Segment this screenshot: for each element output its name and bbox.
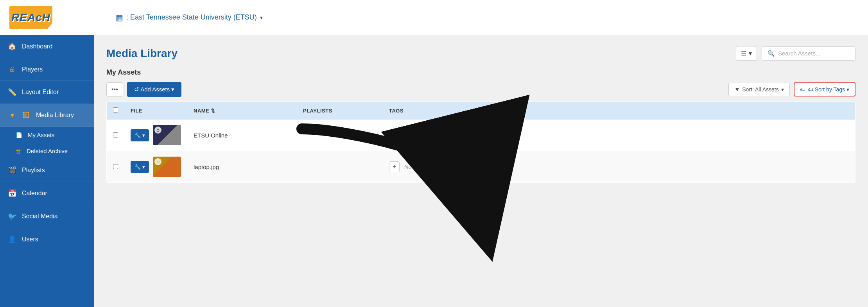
- row2-tags-content: + No tags assigned: [389, 161, 849, 172]
- row1-tags-content: + ETSU Online ✕: [389, 130, 849, 141]
- row2-add-tag-button[interactable]: +: [389, 161, 400, 172]
- sidebar-label-users: Users: [22, 236, 38, 243]
- wrench-icon-2: 🔧: [135, 164, 141, 170]
- sidebar-item-deleted-archive[interactable]: 🗑 Deleted Archive: [0, 143, 94, 159]
- list-view-icon: ☰: [741, 50, 746, 57]
- content-area: Media Library ☰ ▾ 🔍 Search Assets... My …: [94, 35, 868, 307]
- sidebar-label-my-assets: My Assets: [28, 132, 54, 138]
- sidebar-item-social-media[interactable]: 🐦 Social Media: [0, 205, 94, 228]
- row1-file-content: 🔧 ▾ ⊙: [131, 125, 181, 145]
- row1-name: ETSU Online: [194, 132, 228, 139]
- toolbar-left: ••• ↺ Add Assets ▾: [106, 82, 181, 97]
- section-title: My Assets: [106, 68, 855, 77]
- sidebar-item-users[interactable]: 👤 Users: [0, 228, 94, 251]
- org-icon: ▦: [116, 13, 123, 22]
- sidebar-item-players[interactable]: 🖨 Players: [0, 58, 94, 81]
- assets-table: FILE NAME ⇅ PLAYLISTS TAGS: [106, 102, 855, 183]
- row2-action-button[interactable]: 🔧 ▾: [131, 161, 149, 173]
- sidebar: 🏠 Dashboard 🖨 Players ✏️ Layout Editor ▾…: [0, 35, 94, 307]
- sidebar-label-layout-editor: Layout Editor: [22, 89, 59, 96]
- col-checkbox: [107, 102, 125, 120]
- sort-by-tags-button[interactable]: 🏷 🏷 Sort by Tags ▾: [794, 82, 855, 96]
- sidebar-label-calendar: Calendar: [22, 190, 47, 197]
- sidebar-label-deleted-archive: Deleted Archive: [27, 148, 68, 154]
- sidebar-item-calendar[interactable]: 📅 Calendar: [0, 182, 94, 205]
- assets-toolbar: ••• ↺ Add Assets ▾ ▼ Sort: All Assets ▾ …: [106, 82, 855, 97]
- row2-action-chevron: ▾: [142, 164, 145, 170]
- sort-chevron-icon: ▾: [781, 86, 784, 93]
- col-file: FILE: [124, 102, 187, 120]
- app-logo: REAcH: [9, 6, 52, 29]
- col-tags: TAGS: [383, 102, 855, 120]
- row1-tag-etsu-online: ETSU Online ✕: [404, 131, 448, 140]
- sidebar-label-players: Players: [22, 66, 43, 73]
- row2-file-content: 🔧 ▾ ⊙: [131, 157, 181, 177]
- sidebar-label-social-media: Social Media: [22, 213, 58, 220]
- row2-no-tags-label: No tags assigned: [404, 164, 447, 170]
- add-assets-button[interactable]: ↺ Add Assets ▾: [127, 82, 182, 97]
- wrench-icon: 🔧: [135, 132, 141, 138]
- sidebar-label-playlists: Playlists: [22, 167, 45, 174]
- row2-thumb-overlay: ⊙: [154, 158, 161, 165]
- row2-playlists-cell: [297, 151, 383, 183]
- row2-checkbox[interactable]: [113, 164, 118, 169]
- row2-thumbnail: ⊙: [153, 157, 181, 177]
- row1-thumbnail: ⊙: [153, 125, 181, 145]
- playlists-icon: 🎬: [8, 166, 16, 175]
- social-media-icon: 🐦: [8, 212, 16, 221]
- col-name: NAME ⇅: [187, 102, 297, 120]
- row1-action-button[interactable]: 🔧 ▾: [131, 129, 149, 141]
- logo-text: REAcH: [11, 11, 50, 24]
- users-icon: 👤: [8, 235, 16, 244]
- sidebar-item-playlists[interactable]: 🎬 Playlists: [0, 159, 94, 182]
- sort-tags-label: 🏷 Sort by Tags ▾: [808, 86, 849, 93]
- row1-tag-remove-icon[interactable]: ✕: [440, 132, 444, 138]
- row2-tags-cell: + No tags assigned: [383, 151, 855, 183]
- page-header: Media Library ☰ ▾ 🔍 Search Assets...: [106, 46, 855, 61]
- row1-tags-cell: + ETSU Online ✕: [383, 120, 855, 151]
- sidebar-item-my-assets[interactable]: 📄 My Assets: [0, 127, 94, 143]
- table-row: 🔧 ▾ ⊙ laptop.jpg: [107, 151, 855, 183]
- row1-checkbox-cell: [107, 120, 125, 151]
- sidebar-label-dashboard: Dashboard: [22, 43, 52, 50]
- tag-label: ETSU Online: [408, 132, 438, 138]
- org-name: : East Tennessee State University (ETSU): [126, 13, 257, 21]
- select-all-checkbox[interactable]: [113, 107, 118, 112]
- page-title: Media Library: [106, 47, 178, 60]
- row1-checkbox[interactable]: [113, 132, 118, 137]
- app-header: REAcH ▦ : East Tennessee State Universit…: [0, 0, 868, 35]
- toolbar-right: ▼ Sort: All Assets ▾ 🏷 🏷 Sort by Tags ▾: [728, 82, 855, 96]
- deleted-archive-icon: 🗑: [16, 148, 21, 154]
- sidebar-item-layout-editor[interactable]: ✏️ Layout Editor: [0, 81, 94, 104]
- org-chevron-icon: ▾: [260, 14, 263, 21]
- my-assets-icon: 📄: [16, 132, 22, 138]
- assets-table-wrap: FILE NAME ⇅ PLAYLISTS TAGS: [106, 102, 855, 183]
- sort-all-assets-button[interactable]: ▼ Sort: All Assets ▾: [728, 83, 789, 96]
- view-toggle-button[interactable]: ☰ ▾: [736, 46, 757, 61]
- dashboard-icon: 🏠: [8, 42, 16, 51]
- row2-checkbox-cell: [107, 151, 125, 183]
- more-options-button[interactable]: •••: [106, 82, 123, 96]
- media-library-icon: ▾: [8, 111, 16, 120]
- row1-action-chevron: ▾: [142, 132, 145, 138]
- row1-name-cell: ETSU Online: [187, 120, 297, 151]
- row2-name-cell: laptop.jpg: [187, 151, 297, 183]
- sidebar-item-media-library[interactable]: ▾ 🖼 Media Library: [0, 104, 94, 127]
- row2-name: laptop.jpg: [194, 164, 219, 170]
- row1-playlists-cell: [297, 120, 383, 151]
- view-chevron-icon: ▾: [749, 50, 752, 57]
- row1-thumb-overlay: ⊙: [154, 127, 161, 134]
- row1-add-tag-button[interactable]: +: [389, 130, 400, 141]
- add-assets-label: ↺ Add Assets ▾: [134, 86, 175, 93]
- media-library-folder-icon: 🖼: [22, 111, 30, 120]
- sidebar-label-media-library: Media Library: [36, 112, 74, 119]
- sidebar-item-dashboard[interactable]: 🏠 Dashboard: [0, 35, 94, 58]
- header-actions: ☰ ▾ 🔍 Search Assets...: [736, 46, 855, 61]
- search-assets-input[interactable]: 🔍 Search Assets...: [762, 46, 855, 61]
- table-header-row: FILE NAME ⇅ PLAYLISTS TAGS: [107, 102, 855, 120]
- sort-icon: ▼: [734, 86, 740, 93]
- search-placeholder: Search Assets...: [778, 50, 820, 57]
- logo-area: REAcH: [9, 6, 103, 29]
- org-selector[interactable]: ▦ : East Tennessee State University (ETS…: [116, 13, 263, 22]
- calendar-icon: 📅: [8, 189, 16, 198]
